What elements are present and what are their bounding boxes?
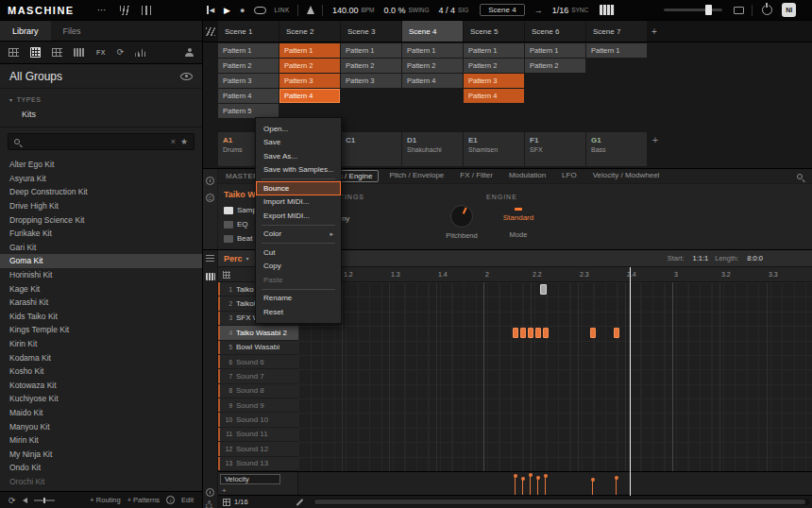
projects-icon[interactable] bbox=[8, 48, 19, 57]
context-menu-item[interactable]: Reset bbox=[256, 305, 341, 319]
sound-row[interactable]: 8Sound 8 bbox=[218, 384, 298, 398]
signature-value[interactable]: 4 / 4 bbox=[439, 6, 456, 15]
pattern-cell[interactable]: Pattern 5 bbox=[218, 104, 279, 118]
pattern-cell[interactable]: Pattern 1 bbox=[464, 43, 524, 58]
context-menu-item[interactable]: Save with Samples... bbox=[256, 163, 341, 178]
group-cell[interactable]: E1Shamisen bbox=[464, 132, 524, 166]
group-cell[interactable]: G1Bass bbox=[586, 132, 647, 166]
restart-icon[interactable]: ◀ bbox=[207, 6, 214, 14]
kit-list-item[interactable]: Manyou Kit bbox=[0, 419, 202, 433]
pattern-cell[interactable]: Pattern 4 bbox=[279, 89, 340, 103]
loops-icon[interactable]: ⟳ bbox=[117, 48, 125, 57]
pattern-cell[interactable]: Pattern 3 bbox=[279, 74, 340, 88]
context-menu-item[interactable]: Color▸ bbox=[256, 228, 341, 242]
automation-clock-icon[interactable] bbox=[206, 488, 214, 497]
velocity-stem[interactable] bbox=[515, 477, 516, 496]
velocity-stem[interactable] bbox=[616, 479, 617, 496]
cue-icon[interactable]: C bbox=[206, 194, 214, 202]
event-list-icon[interactable] bbox=[206, 255, 214, 262]
retrigger-icon[interactable]: → bbox=[534, 6, 543, 15]
kit-list-item[interactable]: Maido Kit bbox=[0, 406, 202, 420]
step-grid-value[interactable]: 1/16 bbox=[234, 498, 248, 506]
context-menu-item[interactable]: Import MIDI... bbox=[256, 195, 341, 210]
kit-list-item[interactable]: Mirin Kit bbox=[0, 433, 202, 448]
context-menu-item[interactable]: Save As... bbox=[256, 149, 341, 163]
context-menu-item[interactable]: Open... bbox=[256, 122, 341, 136]
param-search-icon[interactable] bbox=[797, 174, 803, 179]
mode-value[interactable]: Standard bbox=[496, 213, 541, 222]
level-master[interactable]: MASTER bbox=[226, 172, 259, 180]
velocity-stem[interactable] bbox=[530, 476, 531, 496]
velocity-grid[interactable] bbox=[298, 472, 812, 496]
timeline-ruler[interactable]: 1.21.31.422.22.32.433.23.3 bbox=[298, 267, 812, 282]
pad-grid-icon[interactable] bbox=[223, 271, 230, 279]
pattern-cell[interactable]: Pattern 2 bbox=[341, 59, 401, 73]
midi-note[interactable] bbox=[543, 328, 549, 338]
sound-row[interactable]: 11Sound 11 bbox=[218, 428, 298, 442]
pattern-cell[interactable]: Pattern 1 bbox=[525, 43, 585, 58]
playhead[interactable] bbox=[630, 267, 631, 496]
sound-row[interactable]: 13Sound 13 bbox=[218, 457, 298, 471]
param-tab[interactable]: Modulation bbox=[503, 170, 551, 182]
pattern-cell[interactable]: Pattern 2 bbox=[525, 59, 585, 73]
tab-library[interactable]: Library bbox=[0, 21, 51, 41]
pattern-cell[interactable]: Pattern 3 bbox=[464, 74, 524, 88]
context-menu-item[interactable]: Save bbox=[256, 136, 341, 150]
pattern-cell[interactable]: Pattern 3 bbox=[218, 74, 279, 88]
kit-list-item[interactable]: Dropping Science Kit bbox=[0, 212, 202, 227]
kit-list-item[interactable]: Ondo Kit bbox=[0, 461, 202, 475]
midi-note[interactable] bbox=[590, 328, 596, 338]
pattern-cell[interactable]: Pattern 2 bbox=[402, 59, 463, 73]
step-grid-icon[interactable] bbox=[223, 499, 230, 506]
groups-icon[interactable] bbox=[30, 47, 41, 58]
play-icon[interactable]: ▶ bbox=[224, 6, 230, 15]
length-value[interactable]: 8:0:0 bbox=[747, 254, 763, 262]
scene-tab[interactable]: Scene 7 bbox=[586, 21, 647, 42]
param-tab[interactable]: Velocity / Modwheel bbox=[587, 170, 666, 182]
add-scene-button[interactable]: + bbox=[648, 21, 665, 42]
sound-row[interactable]: 7Sound 7 bbox=[218, 369, 298, 383]
kit-list-item[interactable]: Kodama Kit bbox=[0, 350, 202, 364]
retrigger-value[interactable]: 1/16 bbox=[552, 6, 569, 15]
bpm-value[interactable]: 140.00 bbox=[332, 6, 359, 15]
pattern-cell[interactable]: Pattern 1 bbox=[402, 43, 463, 58]
info-icon[interactable]: i bbox=[166, 496, 175, 504]
kit-list-item[interactable]: Horinishi Kit bbox=[0, 268, 202, 282]
midi-note[interactable] bbox=[513, 328, 518, 338]
prehear-speaker-icon[interactable] bbox=[23, 498, 27, 503]
midi-note[interactable] bbox=[540, 284, 547, 295]
midi-note[interactable] bbox=[528, 328, 533, 338]
kit-list-item[interactable]: Kings Temple Kit bbox=[0, 323, 202, 337]
keyboard-view-icon[interactable] bbox=[206, 273, 215, 280]
context-menu-item[interactable]: Bounce bbox=[256, 181, 341, 195]
kit-list-item[interactable]: Furikake Kit bbox=[0, 227, 202, 241]
pattern-cell[interactable]: Pattern 4 bbox=[402, 74, 463, 88]
pencil-icon[interactable] bbox=[296, 499, 303, 506]
keyboard-mode-icon[interactable] bbox=[600, 5, 615, 15]
kit-list-item[interactable]: Alter Ego Kit bbox=[0, 158, 202, 172]
kit-list-item[interactable]: My Ninja Kit bbox=[0, 447, 202, 461]
pattern-cell[interactable]: Pattern 1 bbox=[586, 43, 647, 58]
param-tab[interactable]: LFO bbox=[556, 170, 583, 182]
kit-list-item[interactable]: Karashi Kit bbox=[0, 296, 202, 310]
group-cell[interactable]: D1Shakuhachi bbox=[402, 132, 463, 166]
sound-row[interactable]: 5Bowl Wasabi bbox=[218, 341, 298, 355]
editor-track-name[interactable]: Perc bbox=[224, 254, 243, 263]
scene-tab[interactable]: Scene 1 bbox=[218, 21, 279, 42]
scene-tab[interactable]: Scene 2 bbox=[279, 21, 340, 42]
link-toggle[interactable]: LINK bbox=[274, 7, 289, 13]
swing-value[interactable]: 0.0 % bbox=[384, 6, 406, 15]
scene-tab[interactable]: Scene 6 bbox=[525, 21, 585, 42]
kit-list-item[interactable]: Kirin Kit bbox=[0, 337, 202, 351]
oneshots-icon[interactable] bbox=[135, 48, 145, 57]
scene-select-button[interactable]: Scene 4 bbox=[480, 4, 524, 16]
horizontal-scrollbar[interactable] bbox=[313, 499, 809, 505]
prehear-volume-slider[interactable] bbox=[34, 500, 55, 501]
kit-list-item[interactable]: Kuchiyose Kit bbox=[0, 392, 202, 406]
kit-list-item[interactable]: Goma Kit bbox=[0, 254, 202, 268]
velocity-stem[interactable] bbox=[522, 480, 523, 496]
kit-list-item[interactable]: Kotowaza Kit bbox=[0, 379, 202, 393]
sound-row[interactable]: 12Sound 12 bbox=[218, 442, 298, 456]
record-icon[interactable]: ● bbox=[240, 6, 245, 15]
context-menu-item[interactable]: Rename bbox=[256, 292, 341, 306]
